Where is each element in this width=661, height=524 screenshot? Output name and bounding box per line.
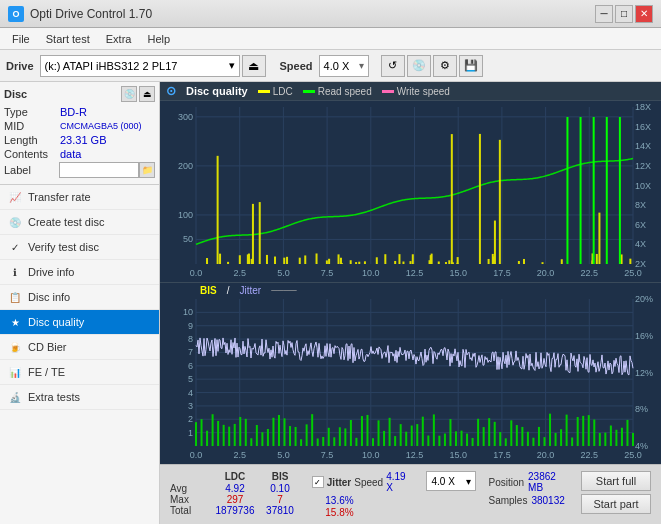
legend-ldc: LDC bbox=[258, 86, 293, 97]
sidebar: Disc 💿 ⏏ Type BD-R MID CMCMAGBA5 (000) L… bbox=[0, 82, 160, 524]
sidebar-item-transfer-rate[interactable]: 📈 Transfer rate bbox=[0, 185, 159, 210]
close-button[interactable]: ✕ bbox=[635, 5, 653, 23]
legend-read-speed-label: Read speed bbox=[318, 86, 372, 97]
toolbar-icons: ↺ 💿 ⚙ 💾 bbox=[381, 55, 483, 77]
disc-type-value: BD-R bbox=[60, 106, 155, 118]
row-avg-label: Avg bbox=[170, 483, 210, 494]
speed-value: 4.0 X bbox=[324, 60, 350, 72]
jitter-label-stats: Jitter bbox=[327, 477, 351, 488]
drive-select: (k:) ATAPI iHBS312 2 PL17 ▾ ⏏ bbox=[40, 55, 266, 77]
jitter-checkbox[interactable]: ✓ bbox=[312, 476, 324, 488]
read-speed-color-swatch bbox=[303, 90, 315, 93]
disc-length-value: 23.31 GB bbox=[60, 134, 155, 146]
disc-eject-small[interactable]: ⏏ bbox=[139, 86, 155, 102]
legend-ldc-label: LDC bbox=[273, 86, 293, 97]
app-icon: O bbox=[8, 6, 24, 22]
speed-avg-value: 4.19 X bbox=[386, 471, 414, 493]
sidebar-label-drive-info: Drive info bbox=[28, 266, 74, 278]
sidebar-label-verify-test-disc: Verify test disc bbox=[28, 241, 99, 253]
start-part-button[interactable]: Start part bbox=[581, 494, 651, 514]
label-input[interactable] bbox=[59, 162, 139, 178]
drive-value: (k:) ATAPI iHBS312 2 PL17 bbox=[45, 60, 178, 72]
bis-label: BIS bbox=[200, 285, 217, 296]
jitter-label: Jitter bbox=[239, 285, 261, 296]
sidebar-item-fe-te[interactable]: 📊 FE / TE bbox=[0, 360, 159, 385]
disc-mid-row: MID CMCMAGBA5 (000) bbox=[4, 120, 155, 132]
disc-mid-label: MID bbox=[4, 120, 60, 132]
disc-quality-icon: ★ bbox=[8, 315, 22, 329]
legend-read-speed: Read speed bbox=[303, 86, 372, 97]
maximize-button[interactable]: □ bbox=[615, 5, 633, 23]
ldc-read-speed-chart bbox=[160, 101, 661, 282]
sidebar-item-cd-bier[interactable]: 🍺 CD Bier bbox=[0, 335, 159, 360]
verify-test-disc-icon: ✓ bbox=[8, 240, 22, 254]
disc-length-row: Length 23.31 GB bbox=[4, 134, 155, 146]
sidebar-label-create-test-disc: Create test disc bbox=[28, 216, 104, 228]
nav-items: 📈 Transfer rate 💿 Create test disc ✓ Ver… bbox=[0, 185, 159, 524]
legend-write-speed: Write speed bbox=[382, 86, 450, 97]
save-button[interactable]: 💾 bbox=[459, 55, 483, 77]
settings-icon-button[interactable]: ⚙ bbox=[433, 55, 457, 77]
disc-section-label: Disc bbox=[4, 88, 27, 100]
chart-title: Disc quality bbox=[186, 85, 248, 97]
menu-file[interactable]: File bbox=[4, 31, 38, 47]
sidebar-label-disc-quality: Disc quality bbox=[28, 316, 84, 328]
disc-label-row: Label 📁 bbox=[4, 162, 155, 178]
label-browse-button[interactable]: 📁 bbox=[139, 162, 155, 178]
start-full-button[interactable]: Start full bbox=[581, 471, 651, 491]
disc-icon-small[interactable]: 💿 bbox=[121, 86, 137, 102]
refresh-button[interactable]: ↺ bbox=[381, 55, 405, 77]
row-total-label: Total bbox=[170, 505, 210, 516]
disc-mid-value: CMCMAGBA5 (000) bbox=[60, 121, 155, 131]
eject-button[interactable]: ⏏ bbox=[242, 55, 266, 77]
menu-bar: File Start test Extra Help bbox=[0, 28, 661, 50]
speed-arrow-icon: ▾ bbox=[359, 60, 364, 71]
sidebar-item-create-test-disc[interactable]: 💿 Create test disc bbox=[0, 210, 159, 235]
drive-info-icon: ℹ bbox=[8, 265, 22, 279]
jitter-stats-section: ✓ Jitter Speed 4.19 X 13.6% 15.8% bbox=[312, 471, 414, 518]
title-bar: O Opti Drive Control 1.70 ─ □ ✕ bbox=[0, 0, 661, 28]
speed-stat-dropdown[interactable]: 4.0 X ▾ bbox=[426, 471, 476, 491]
max-ldc-value: 297 bbox=[210, 494, 260, 505]
main-content: ⊙ Disc quality LDC Read speed Write spee… bbox=[160, 82, 661, 524]
drive-bar: Drive (k:) ATAPI iHBS312 2 PL17 ▾ ⏏ Spee… bbox=[0, 50, 661, 82]
minimize-button[interactable]: ─ bbox=[595, 5, 613, 23]
sidebar-item-disc-info[interactable]: 📋 Disc info bbox=[0, 285, 159, 310]
sidebar-label-extra-tests: Extra tests bbox=[28, 391, 80, 403]
position-label: Position bbox=[488, 477, 524, 488]
drive-dropdown[interactable]: (k:) ATAPI iHBS312 2 PL17 ▾ bbox=[40, 55, 240, 77]
sidebar-label-transfer-rate: Transfer rate bbox=[28, 191, 91, 203]
ldc-color-swatch bbox=[258, 90, 270, 93]
menu-start-test[interactable]: Start test bbox=[38, 31, 98, 47]
bis-jitter-chart bbox=[160, 283, 661, 464]
disc-contents-row: Contents data bbox=[4, 148, 155, 160]
col-header-bis: BIS bbox=[260, 471, 300, 482]
col-header-ldc: LDC bbox=[210, 471, 260, 482]
app-title: Opti Drive Control 1.70 bbox=[30, 7, 152, 21]
menu-extra[interactable]: Extra bbox=[98, 31, 140, 47]
total-ldc-value: 1879736 bbox=[210, 505, 260, 516]
speed-dropdown[interactable]: 4.0 X ▾ bbox=[319, 55, 369, 77]
jitter-dash: ──── bbox=[271, 285, 297, 296]
avg-bis-value: 0.10 bbox=[260, 483, 300, 494]
disc-info-panel: Disc 💿 ⏏ Type BD-R MID CMCMAGBA5 (000) L… bbox=[0, 82, 159, 185]
create-test-disc-icon: 💿 bbox=[8, 215, 22, 229]
sidebar-item-verify-test-disc[interactable]: ✓ Verify test disc bbox=[0, 235, 159, 260]
transfer-rate-icon: 📈 bbox=[8, 190, 22, 204]
main-layout: Disc 💿 ⏏ Type BD-R MID CMCMAGBA5 (000) L… bbox=[0, 82, 661, 524]
sidebar-item-drive-info[interactable]: ℹ Drive info bbox=[0, 260, 159, 285]
col-header-empty bbox=[170, 471, 210, 482]
speed-label: Speed bbox=[280, 60, 313, 72]
sidebar-item-disc-quality[interactable]: ★ Disc quality bbox=[0, 310, 159, 335]
sidebar-item-extra-tests[interactable]: 🔬 Extra tests bbox=[0, 385, 159, 410]
disc-icon-button[interactable]: 💿 bbox=[407, 55, 431, 77]
speed-dropdown-arrow: ▾ bbox=[466, 476, 471, 487]
samples-value: 380132 bbox=[531, 495, 564, 506]
sidebar-label-disc-info: Disc info bbox=[28, 291, 70, 303]
dropdown-arrow-icon: ▾ bbox=[229, 59, 235, 72]
disc-info-icon: 📋 bbox=[8, 290, 22, 304]
avg-ldc-value: 4.92 bbox=[210, 483, 260, 494]
disc-contents-label: Contents bbox=[4, 148, 60, 160]
menu-help[interactable]: Help bbox=[139, 31, 178, 47]
chart-header: ⊙ Disc quality LDC Read speed Write spee… bbox=[160, 82, 661, 101]
